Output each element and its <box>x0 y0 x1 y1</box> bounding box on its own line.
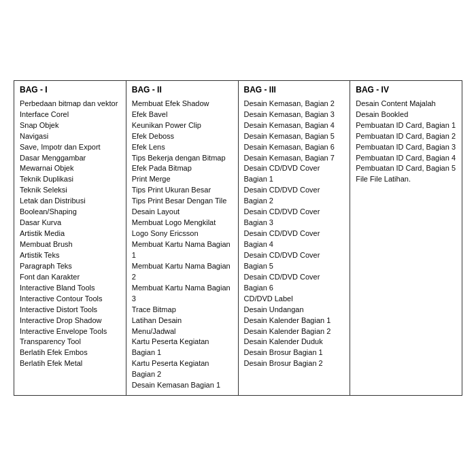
list-item: Membuat Brush <box>20 239 120 250</box>
list-item: Interactive Distort Tools <box>20 305 120 316</box>
list-item: Font dan Karakter <box>20 272 120 283</box>
list-item: Interactive Envelope Tools <box>20 326 120 337</box>
list-item: Artistik Teks <box>20 250 120 261</box>
list-item: CD/DVD Label <box>244 294 345 305</box>
list-item: Desain Kalender Bagian 1 <box>244 316 345 326</box>
items-list-bag4: Desain Content MajalahDesain BookledPemb… <box>356 99 456 186</box>
list-item: Membuat Logo Mengkilat <box>132 218 233 228</box>
list-item: Desain Kemasan, Bagian 4 <box>244 120 345 131</box>
header-bag3: BAG - III <box>244 85 345 95</box>
list-item: Desain CD/DVD Cover Bagian 3 <box>244 207 345 228</box>
list-item: Paragraph Teks <box>20 261 120 272</box>
column-bag3: BAG - IIIDesain Kemasan, Bagian 2Desain … <box>239 81 351 395</box>
list-item: Logo Sony Ericsson <box>132 228 233 239</box>
list-item: Transparency Tool <box>20 337 120 347</box>
list-item: Desain Undangan <box>244 305 345 316</box>
list-item: Membuat Kartu Nama Bagian 2 <box>132 261 233 283</box>
list-item: Desain CD/DVD Cover Bagian 1 <box>244 163 345 185</box>
list-item: Efek Bavel <box>132 109 233 120</box>
header-bag1: BAG - I <box>20 85 120 95</box>
list-item: Desain Kemasan, Bagian 7 <box>244 153 345 164</box>
list-item: Membuat Kartu Nama Bagian 3 <box>132 283 233 305</box>
list-item: Desain Kemasan, Bagian 2 <box>244 99 345 109</box>
list-item: Desain CD/DVD Cover Bagian 6 <box>244 272 345 294</box>
list-item: Membuat Efek Shadow <box>132 99 233 109</box>
list-item: Desain Kemasan Bagian 1 <box>132 380 233 391</box>
list-item: Desain Kemasan, Bagian 5 <box>244 131 345 142</box>
list-item: Desain Kalender Duduk <box>244 337 345 347</box>
list-item: Desain Brosur Bagian 2 <box>244 358 345 369</box>
list-item: Pembuatan ID Card, Bagian 2 <box>356 131 456 142</box>
column-bag1: BAG - IPerbedaan bitmap dan vektorInterf… <box>14 81 126 395</box>
list-item: Menu/Jadwal <box>132 326 233 337</box>
main-table: BAG - IPerbedaan bitmap dan vektorInterf… <box>14 80 462 396</box>
list-item: Save, Impotr dan Export <box>20 142 120 153</box>
list-item: Teknik Seleksi <box>20 185 120 196</box>
list-item: Tips Print Ukuran Besar <box>132 185 233 196</box>
list-item: Pembuatan ID Card, Bagian 5 <box>356 163 456 174</box>
list-item: Efek Deboss <box>132 131 233 142</box>
header-bag2: BAG - II <box>132 85 233 95</box>
list-item: Interactive Bland Tools <box>20 283 120 294</box>
list-item: Desain Brosur Bagian 1 <box>244 347 345 358</box>
list-item: Navigasi <box>20 131 120 142</box>
list-item: Dasar Kurva <box>20 218 120 228</box>
list-item: Mewarnai Objek <box>20 163 120 174</box>
items-list-bag2: Membuat Efek ShadowEfek BavelKeunikan Po… <box>132 99 233 391</box>
list-item: Desain CD/DVD Cover Bagian 4 <box>244 228 345 250</box>
list-item: Perbedaan bitmap dan vektor <box>20 99 120 109</box>
list-item: Kartu Peserta Kegiatan Bagian 1 <box>132 337 233 358</box>
list-item: Interactive Contour Tools <box>20 294 120 305</box>
list-item: Desain Layout <box>132 207 233 218</box>
list-item: Desain Content Majalah <box>356 99 456 109</box>
list-item: Desain Kemasan, Bagian 6 <box>244 142 345 153</box>
list-item: Berlatih Efek Embos <box>20 347 120 358</box>
list-item: Interactive Drop Shadow <box>20 316 120 326</box>
list-item: Desain Kalender Bagian 2 <box>244 326 345 337</box>
list-item: Tips Bekerja dengan Bitmap <box>132 153 233 164</box>
list-item: Teknik Duplikasi <box>20 174 120 185</box>
list-item: Snap Objek <box>20 120 120 131</box>
list-item: Pembuatan ID Card, Bagian 4 <box>356 153 456 164</box>
list-item: Tips Print Besar Dengan Tile <box>132 196 233 207</box>
list-item: Kartu Peserta Kegiatan Bagian 2 <box>132 358 233 380</box>
list-item: Print Merge <box>132 174 233 185</box>
list-item: Letak dan Distribusi <box>20 196 120 207</box>
list-item: Membuat Kartu Nama Bagian 1 <box>132 239 233 261</box>
items-list-bag3: Desain Kemasan, Bagian 2Desain Kemasan, … <box>244 99 345 369</box>
items-list-bag1: Perbedaan bitmap dan vektorInterface Cor… <box>20 99 120 369</box>
list-item: Boolean/Shaping <box>20 207 120 218</box>
list-item: Efek Lens <box>132 142 233 153</box>
list-item: Desain CD/DVD Cover Bagian 5 <box>244 250 345 272</box>
list-item: Keunikan Power Clip <box>132 120 233 131</box>
header-bag4: BAG - IV <box>356 85 456 95</box>
list-item: Artistik Media <box>20 228 120 239</box>
list-item: Efek Pada Bitmap <box>132 163 233 174</box>
list-item: Trace Bitmap <box>132 305 233 316</box>
list-item: Berlatih Efek Metal <box>20 358 120 369</box>
list-item: Interface Corel <box>20 109 120 120</box>
list-item: Desain Kemasan, Bagian 3 <box>244 109 345 120</box>
list-item: Desain Bookled <box>356 109 456 120</box>
column-bag4: BAG - IVDesain Content MajalahDesain Boo… <box>350 81 462 395</box>
list-item: Latihan Desain <box>132 316 233 326</box>
list-item: Pembuatan ID Card, Bagian 1 <box>356 120 456 131</box>
column-bag2: BAG - IIMembuat Efek ShadowEfek BavelKeu… <box>126 81 239 395</box>
list-item: Pembuatan ID Card, Bagian 3 <box>356 142 456 153</box>
list-item: Desain CD/DVD Cover Bagian 2 <box>244 185 345 207</box>
list-item: File File Latihan. <box>356 174 456 185</box>
list-item: Dasar Menggambar <box>20 153 120 164</box>
